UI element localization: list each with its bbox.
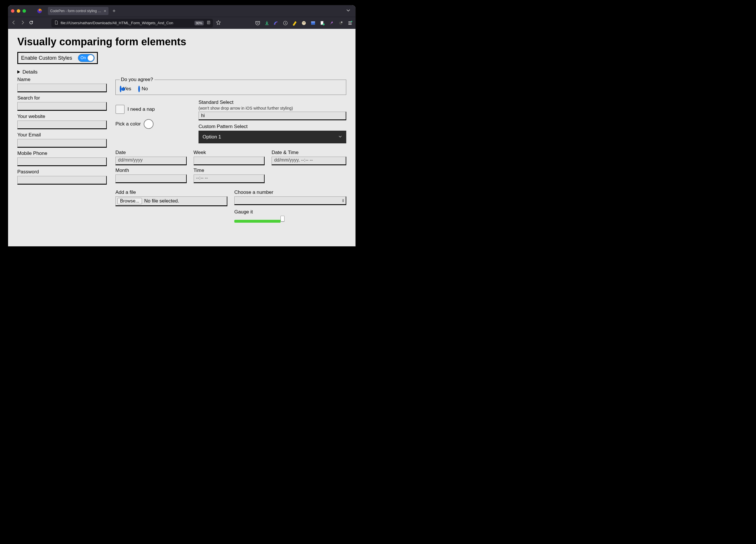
file-input[interactable]: Browse... No file selected. [115, 197, 227, 206]
chevron-down-icon [338, 134, 342, 140]
search-label: Search for [17, 95, 107, 101]
email-input[interactable] [17, 139, 107, 148]
reader-mode-icon[interactable] [206, 20, 211, 26]
month-input[interactable] [115, 175, 187, 183]
date-input[interactable]: dd/mm/yyyy [115, 157, 187, 165]
svg-point-12 [351, 21, 352, 22]
ext-icon-1[interactable] [274, 20, 279, 26]
file-label: Add a file [115, 190, 227, 195]
tabs-overflow-icon[interactable] [344, 8, 353, 14]
date-label: Date [115, 150, 187, 156]
color-input[interactable] [144, 119, 154, 129]
week-input[interactable] [194, 157, 265, 165]
download-icon[interactable] [264, 20, 270, 26]
toggle-state: On [81, 55, 86, 60]
left-column: Name Search for Your website Your Email … [17, 77, 107, 188]
gauge-fill [234, 220, 280, 223]
tab-title: CodePen - form control styling comp [50, 9, 102, 13]
custom-select[interactable]: Option 1 [199, 131, 346, 143]
number-stepper-icon[interactable]: ▴▾ [342, 199, 344, 203]
ext-icon-2[interactable] [283, 20, 288, 26]
toggle-knob [87, 55, 94, 61]
page-viewport: Visually comparing form elements Enable … [8, 29, 355, 246]
window-controls [11, 9, 26, 13]
nap-label: I need a nap [128, 107, 155, 112]
svg-point-5 [304, 22, 305, 23]
url-text: file:///Users/nathan/Downloads/All_HTML_… [61, 21, 192, 25]
color-label: Pick a color [115, 121, 141, 127]
zoom-badge[interactable]: 90% [194, 21, 204, 25]
new-tab-button[interactable]: + [111, 8, 117, 14]
ext-icon-7[interactable] [329, 20, 334, 26]
time-input[interactable]: --:-- -- [194, 175, 265, 183]
number-input[interactable]: ▴▾ [234, 197, 346, 205]
std-select[interactable]: hi [199, 112, 346, 120]
time-ph: --:-- -- [196, 175, 208, 180]
time-label: Time [194, 168, 265, 173]
custom-select-label: Custom Pattern Select [199, 124, 346, 130]
gauge-input[interactable] [234, 217, 346, 223]
browse-button[interactable]: Browse... [117, 198, 142, 204]
file-status: No file selected. [144, 198, 179, 204]
week-label: Week [194, 150, 265, 156]
zoom-window[interactable] [23, 9, 26, 13]
close-tab-icon[interactable]: × [104, 9, 106, 13]
datetime-label: Date & Time [272, 150, 346, 156]
datetime-input[interactable]: dd/mm/yyyy, --:-- -- [272, 157, 346, 165]
agree-legend: Do you agree? [120, 77, 154, 83]
right-column: Do you agree? Yes No [115, 77, 346, 223]
reload-button[interactable] [28, 20, 34, 26]
email-label: Your Email [17, 132, 107, 138]
hamburger-menu-icon[interactable] [347, 20, 353, 26]
back-button[interactable] [11, 20, 17, 26]
agree-yes-radio[interactable] [120, 86, 121, 92]
document-icon [54, 20, 58, 26]
details-summary[interactable]: Details [17, 69, 346, 75]
url-field[interactable]: file:///Users/nathan/Downloads/All_HTML_… [51, 19, 213, 27]
ext-icon-8[interactable] [338, 20, 343, 26]
nap-checkbox[interactable] [115, 105, 125, 114]
details-disclosure[interactable]: Details [17, 69, 346, 75]
phone-label: Mobile Phone [17, 151, 107, 156]
svg-rect-7 [311, 21, 315, 22]
svg-point-11 [341, 21, 343, 23]
ext-icon-4[interactable] [301, 20, 306, 26]
number-label: Choose a number [234, 190, 346, 195]
std-select-hint: (won't show drop arrow in iOS without fu… [199, 106, 346, 111]
page-title: Visually comparing form elements [17, 36, 346, 48]
minimize-window[interactable] [17, 9, 20, 13]
toggle-label: Enable Custom Styles [21, 55, 72, 61]
browser-tab[interactable]: CodePen - form control styling comp × [48, 7, 108, 15]
std-select-value: hi [201, 113, 205, 118]
search-input[interactable] [17, 102, 107, 111]
datetime-ph: dd/mm/yyyy, --:-- -- [274, 158, 313, 162]
website-input[interactable] [17, 121, 107, 129]
toolbar-extensions [255, 20, 353, 26]
agree-no-label: No [142, 86, 148, 91]
forward-button[interactable] [20, 20, 25, 26]
month-label: Month [115, 168, 187, 173]
ext-icon-3[interactable] [292, 20, 297, 26]
std-select-label: Standard Select [199, 100, 346, 105]
address-bar: file:///Users/nathan/Downloads/All_HTML_… [8, 17, 355, 29]
svg-point-9 [323, 23, 325, 25]
firefox-icon [37, 8, 42, 14]
ext-icon-5[interactable] [310, 20, 316, 26]
svg-point-3 [302, 21, 306, 25]
svg-point-4 [303, 22, 304, 23]
agree-fieldset: Do you agree? Yes No [115, 77, 346, 95]
close-window[interactable] [11, 9, 14, 13]
bookmark-star-icon[interactable] [216, 20, 221, 26]
name-label: Name [17, 77, 107, 83]
phone-input[interactable] [17, 158, 107, 166]
pocket-icon[interactable] [255, 20, 260, 26]
website-label: Your website [17, 114, 107, 119]
enable-styles-control: Enable Custom Styles On [17, 52, 98, 64]
browser-window: CodePen - form control styling comp × + … [8, 5, 355, 246]
password-input[interactable] [17, 176, 107, 185]
agree-no-radio[interactable] [138, 86, 140, 92]
ext-icon-6[interactable] [320, 20, 325, 26]
enable-styles-toggle[interactable]: On [78, 54, 95, 62]
gauge-thumb[interactable] [280, 216, 285, 222]
name-input[interactable] [17, 84, 107, 92]
